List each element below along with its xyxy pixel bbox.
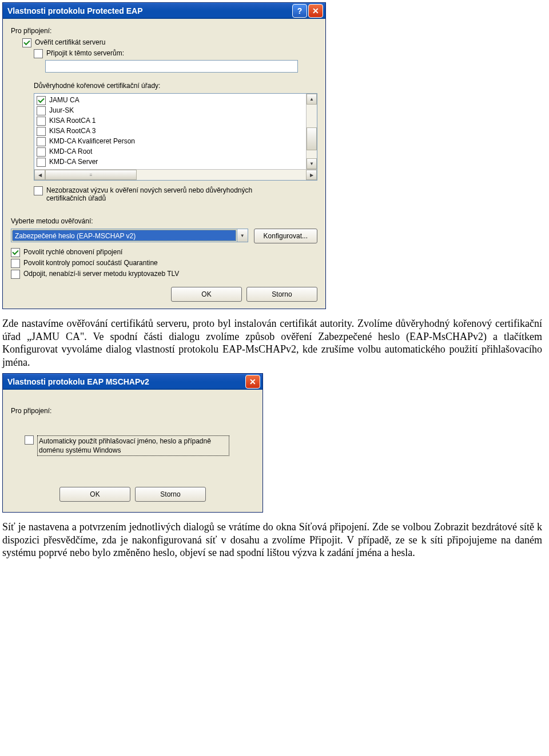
- body-paragraph: Síť je nastavena a potvrzením jednotlivý…: [0, 513, 549, 562]
- fast-reconnect-checkbox[interactable]: Povolit rychlé obnovení připojení: [11, 248, 317, 257]
- connect-servers-input[interactable]: [45, 60, 298, 73]
- auth-method-select[interactable]: Zabezpečené heslo (EAP-MSCHAP v2) ▼: [11, 229, 248, 242]
- ca-item-label: Juur-SK: [49, 106, 74, 114]
- checkbox-icon: [34, 49, 43, 58]
- ca-item-label: JAMU CA: [49, 96, 79, 104]
- verify-cert-label: Ověřit certifikát serveru: [35, 38, 105, 46]
- disconnect-tlv-checkbox[interactable]: Odpojit, nenabízí-li server metodu krypt…: [11, 270, 317, 279]
- checkbox-icon: [37, 106, 46, 115]
- verify-cert-checkbox[interactable]: Ověřit certifikát serveru: [22, 38, 317, 47]
- checkbox-icon: [34, 186, 43, 195]
- checkbox-icon: [22, 38, 31, 47]
- no-prompt-label: Nezobrazovat výzvu k ověření nových serv…: [46, 186, 275, 202]
- ca-list-item[interactable]: Juur-SK: [37, 106, 304, 115]
- trusted-ca-listbox[interactable]: JAMU CAJuur-SKKISA RootCA 1KISA RootCA 3…: [34, 93, 317, 181]
- auto-use-login-label: Automaticky použít přihlašovací jméno, h…: [37, 435, 229, 456]
- checkbox-icon: [11, 248, 20, 257]
- ca-item-label: KISA RootCA 3: [49, 127, 96, 135]
- peap-properties-dialog: Vlastnosti protokolu Protected EAP ? ✕ P…: [2, 2, 326, 309]
- trusted-ca-label: Důvěryhodné kořenové certifikační úřady:: [34, 82, 317, 90]
- cancel-button[interactable]: Storno: [135, 487, 206, 502]
- checkbox-icon: [11, 270, 20, 279]
- scroll-right-icon[interactable]: ▶: [306, 170, 317, 180]
- body-paragraph: Zde nastavíme ověřování certifikátů serv…: [0, 309, 549, 371]
- connection-label: Pro připojení:: [11, 407, 254, 415]
- checkbox-icon: [37, 147, 46, 157]
- fast-reconnect-label: Povolit rychlé obnovení připojení: [23, 248, 122, 256]
- auth-method-label: Vyberte metodu ověřování:: [11, 217, 317, 225]
- checkbox-icon: [37, 158, 46, 167]
- checkbox-icon: [11, 259, 20, 268]
- scroll-thumb[interactable]: [307, 127, 317, 150]
- ca-list-item[interactable]: KMD-CA Server: [37, 158, 304, 167]
- checkbox-icon: [37, 137, 46, 146]
- checkbox-icon: [37, 96, 46, 105]
- ca-list-item[interactable]: KISA RootCA 1: [37, 117, 304, 126]
- help-button[interactable]: ?: [292, 4, 307, 18]
- vertical-scrollbar[interactable]: ▲ ▼: [306, 94, 317, 169]
- quarantine-label: Povolit kontroly pomocí součástí Quarant…: [23, 259, 158, 267]
- configure-button[interactable]: Konfigurovat...: [254, 229, 317, 243]
- checkbox-icon: [25, 435, 34, 445]
- ca-item-label: KMD-CA Kvalificeret Person: [49, 137, 135, 145]
- ca-list-item[interactable]: KISA RootCA 3: [37, 127, 304, 136]
- chevron-down-icon[interactable]: ▼: [237, 229, 248, 242]
- titlebar[interactable]: Vlastnosti protokolu Protected EAP ? ✕: [3, 3, 325, 19]
- ca-list-item[interactable]: JAMU CA: [37, 96, 304, 105]
- close-button[interactable]: ✕: [245, 375, 260, 389]
- auth-method-value: Zabezpečené heslo (EAP-MSCHAP v2): [12, 230, 236, 241]
- connect-servers-checkbox[interactable]: Připojit k těmto serverům:: [34, 49, 317, 58]
- ok-button[interactable]: OK: [59, 487, 130, 502]
- connection-label: Pro připojení:: [11, 27, 317, 35]
- scroll-up-icon[interactable]: ▲: [307, 94, 317, 105]
- ca-list-item[interactable]: KMD-CA Root: [37, 147, 304, 157]
- ca-list-item[interactable]: KMD-CA Kvalificeret Person: [37, 137, 304, 146]
- scroll-down-icon[interactable]: ▼: [307, 158, 317, 169]
- scroll-thumb[interactable]: ≡: [45, 170, 137, 180]
- auto-use-login-checkbox[interactable]: Automaticky použít přihlašovací jméno, h…: [25, 435, 254, 456]
- ca-item-label: KISA RootCA 1: [49, 117, 96, 125]
- window-title: Vlastnosti protokolu Protected EAP: [7, 6, 291, 15]
- checkbox-icon: [37, 127, 46, 136]
- titlebar[interactable]: Vlastnosti protokolu EAP MSCHAPv2 ✕: [3, 374, 262, 390]
- disconnect-tlv-label: Odpojit, nenabízí-li server metodu krypt…: [23, 270, 179, 278]
- ok-button[interactable]: OK: [171, 287, 242, 302]
- horizontal-scrollbar[interactable]: ◀ ≡ ▶: [34, 169, 317, 180]
- cancel-button[interactable]: Storno: [246, 287, 317, 302]
- window-title: Vlastnosti protokolu EAP MSCHAPv2: [7, 377, 244, 386]
- mschapv2-properties-dialog: Vlastnosti protokolu EAP MSCHAPv2 ✕ Pro …: [2, 373, 263, 513]
- quarantine-checkbox[interactable]: Povolit kontroly pomocí součástí Quarant…: [11, 259, 317, 268]
- close-button[interactable]: ✕: [308, 4, 323, 18]
- checkbox-icon: [37, 117, 46, 126]
- connect-servers-label: Připojit k těmto serverům:: [46, 49, 124, 57]
- ca-item-label: KMD-CA Root: [49, 147, 92, 155]
- scroll-left-icon[interactable]: ◀: [34, 170, 45, 180]
- no-prompt-checkbox[interactable]: Nezobrazovat výzvu k ověření nových serv…: [34, 186, 317, 202]
- ca-item-label: KMD-CA Server: [49, 158, 98, 166]
